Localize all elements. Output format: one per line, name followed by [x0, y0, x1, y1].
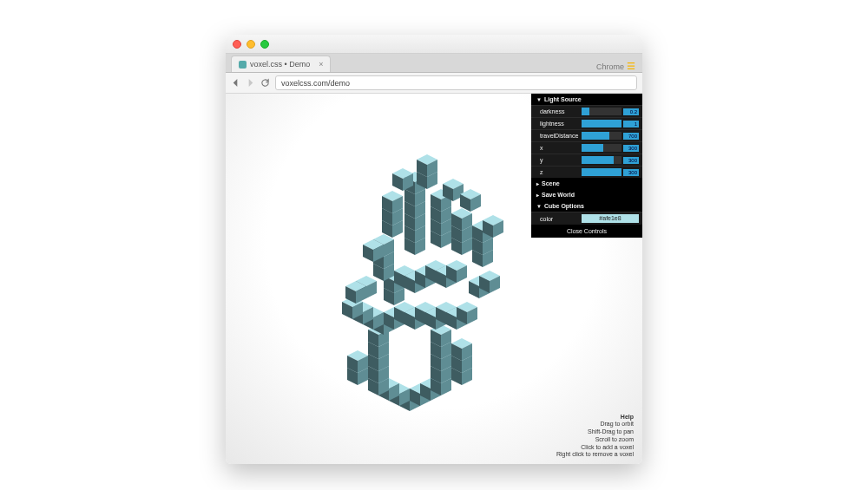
section-scene[interactable]: ▸ Scene [531, 178, 642, 189]
voxel-sculpture[interactable]: .top{fill:#afe1e8} .left{fill:#3e5c61} .… [321, 128, 547, 415]
browser-name-label: Chrome [596, 62, 642, 72]
tab-close-icon[interactable]: × [319, 60, 323, 69]
nav-forward-button[interactable] [246, 78, 255, 88]
section-light-source[interactable]: ▼ Light Source [531, 94, 642, 105]
url-input[interactable]: voxelcss.com/demo [275, 75, 637, 90]
browser-tab[interactable]: voxel.css • Demo × [231, 56, 331, 72]
window-zoom-button[interactable] [260, 40, 269, 49]
browser-tabbar: voxel.css • Demo × Chrome [226, 54, 642, 73]
slider-y[interactable]: y 300 [531, 154, 642, 166]
slider-darkness[interactable]: darkness 0.2 [531, 105, 642, 117]
chevron-right-icon: ▸ [536, 192, 539, 198]
control-panel: ▼ Light Source darkness 0.2 lightness 1 … [531, 94, 642, 238]
help-line: Drag to orbit [556, 421, 634, 428]
color-swatch[interactable]: #afe1e8 [582, 214, 639, 223]
slider-x[interactable]: x 300 [531, 141, 642, 154]
help-line: Scroll to zoom [556, 436, 634, 444]
chevron-right-icon: ▸ [536, 180, 539, 186]
address-bar: voxelcss.com/demo [226, 73, 642, 94]
url-text: voxelcss.com/demo [281, 79, 350, 88]
help-heading: Help [556, 414, 634, 421]
slider-track[interactable] [582, 108, 621, 115]
help-line: Shift-Drag to pan [556, 428, 634, 436]
help-line: Click to add a voxel [556, 444, 634, 452]
color-row[interactable]: color #afe1e8 [531, 212, 642, 225]
section-save-world[interactable]: ▸ Save World [531, 189, 642, 200]
window-titlebar [226, 35, 642, 54]
hamburger-icon[interactable] [627, 62, 635, 72]
browser-window: voxel.css • Demo × Chrome voxelcss.com/d… [226, 35, 642, 464]
window-minimize-button[interactable] [247, 40, 255, 49]
window-close-button[interactable] [233, 40, 241, 49]
tab-title: voxel.css • Demo [250, 60, 310, 69]
chevron-down-icon: ▼ [536, 204, 542, 209]
section-cube-options[interactable]: ▼ Cube Options [531, 200, 642, 212]
nav-back-button[interactable] [231, 78, 240, 88]
help-panel: Help Drag to orbit Shift-Drag to pan Scr… [556, 414, 634, 460]
help-line: Right click to remove a voxel [556, 451, 634, 459]
reload-button[interactable] [260, 78, 270, 88]
demo-viewport[interactable]: .top{fill:#afe1e8} .left{fill:#3e5c61} .… [226, 94, 642, 464]
chevron-down-icon: ▼ [536, 97, 542, 102]
close-controls-button[interactable]: Close Controls [531, 225, 642, 238]
favicon-icon [239, 61, 247, 69]
slider-traveldistance[interactable]: travelDistance 700 [531, 129, 642, 141]
slider-z[interactable]: z 300 [531, 166, 642, 178]
slider-lightness[interactable]: lightness 1 [531, 117, 642, 129]
